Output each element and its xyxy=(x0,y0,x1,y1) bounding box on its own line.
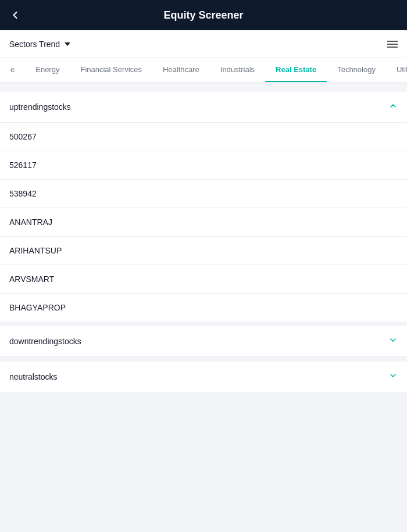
sector-dropdown-label: Sectors Trend xyxy=(9,40,60,49)
toolbar: Sectors Trend xyxy=(0,30,407,58)
stock-item[interactable]: ARIHANTSUP xyxy=(0,237,407,265)
tab-real-estate[interactable]: Real Estate xyxy=(265,58,327,82)
menu-button[interactable] xyxy=(387,41,398,48)
menu-line-3 xyxy=(387,47,398,48)
back-button[interactable] xyxy=(9,9,21,21)
downtrending-section: downtrendingstocks xyxy=(0,326,407,357)
dropdown-arrow-icon xyxy=(65,42,70,46)
tabs-bar: e Energy Financial Services Healthcare I… xyxy=(0,58,407,83)
stock-item[interactable]: 500267 xyxy=(0,123,407,151)
neutral-section: neutralstocks xyxy=(0,362,407,392)
content-area: uptrendingstocks 500267 526117 538942 AN… xyxy=(0,83,407,401)
downtrending-title: downtrendingstocks xyxy=(9,337,81,346)
menu-line-2 xyxy=(387,44,398,45)
neutral-section-header[interactable]: neutralstocks xyxy=(0,362,407,392)
uptrending-section: uptrendingstocks 500267 526117 538942 AN… xyxy=(0,92,407,322)
tab-e[interactable]: e xyxy=(0,58,25,82)
sector-dropdown[interactable]: Sectors Trend xyxy=(9,40,70,49)
uptrending-chevron-icon xyxy=(388,101,398,113)
app-header: Equity Screener xyxy=(0,0,407,30)
stock-item[interactable]: 526117 xyxy=(0,151,407,180)
tab-utilities[interactable]: Utilities xyxy=(386,58,407,82)
page-title: Equity Screener xyxy=(163,9,243,22)
stock-item[interactable]: ANANTRAJ xyxy=(0,208,407,237)
neutral-chevron-icon xyxy=(388,371,398,383)
neutral-title: neutralstocks xyxy=(9,372,57,381)
uptrending-title: uptrendingstocks xyxy=(9,102,71,112)
downtrending-section-header[interactable]: downtrendingstocks xyxy=(0,326,407,356)
uptrending-stock-list: 500267 526117 538942 ANANTRAJ ARIHANTSUP… xyxy=(0,122,407,322)
stock-item[interactable]: BHAGYAPROP xyxy=(0,294,407,322)
tab-energy[interactable]: Energy xyxy=(25,58,70,82)
stock-item[interactable]: ARVSMART xyxy=(0,265,407,294)
menu-line-1 xyxy=(387,41,398,42)
uptrending-section-header[interactable]: uptrendingstocks xyxy=(0,92,407,122)
stock-item[interactable]: 538942 xyxy=(0,180,407,208)
tab-financial-services[interactable]: Financial Services xyxy=(70,58,152,82)
downtrending-chevron-icon xyxy=(388,335,398,347)
tab-technology[interactable]: Technology xyxy=(327,58,386,82)
tab-industrials[interactable]: Industrials xyxy=(210,58,265,82)
tab-healthcare[interactable]: Healthcare xyxy=(152,58,210,82)
